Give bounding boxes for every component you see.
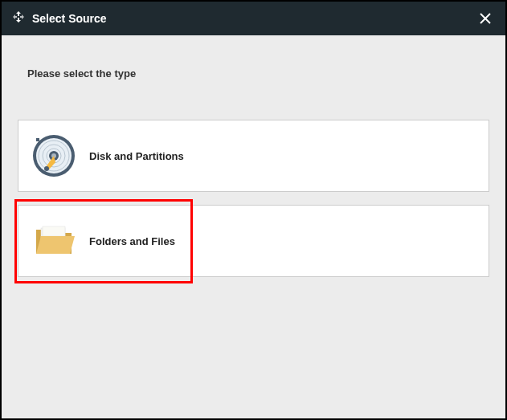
dialog-title: Select Source bbox=[32, 12, 107, 25]
option-folders-files[interactable]: Folders and Files bbox=[18, 205, 489, 277]
svg-rect-12 bbox=[43, 226, 65, 236]
close-icon bbox=[479, 12, 492, 25]
option-label: Disk and Partitions bbox=[89, 150, 184, 162]
close-button[interactable] bbox=[476, 10, 494, 27]
prompt-text: Please select the type bbox=[18, 51, 489, 80]
dialog-content: Please select the type Disk and Partitio… bbox=[2, 35, 505, 418]
option-disk-partitions[interactable]: Disk and Partitions bbox=[18, 120, 489, 192]
folder-icon bbox=[31, 218, 76, 263]
select-source-dialog: Select Source Please select the type bbox=[0, 0, 507, 420]
source-icon bbox=[11, 10, 26, 27]
svg-rect-10 bbox=[36, 138, 39, 141]
dialog-header: Select Source bbox=[2, 2, 505, 35]
header-left: Select Source bbox=[11, 10, 107, 27]
disk-icon bbox=[31, 133, 76, 178]
option-label: Folders and Files bbox=[89, 235, 175, 247]
svg-point-9 bbox=[44, 166, 49, 171]
